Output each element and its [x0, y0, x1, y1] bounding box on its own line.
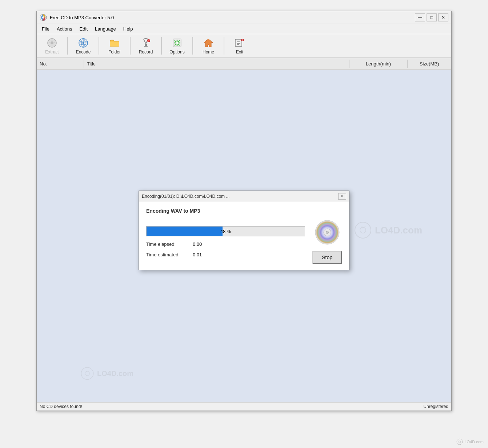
stop-button[interactable]: Stop: [312, 251, 342, 264]
menu-help[interactable]: Help: [120, 25, 137, 33]
svg-point-3: [51, 41, 53, 44]
dialog-left: 48 % Time elapsed: 0:00 Time estimated: …: [146, 226, 305, 257]
title-bar-left: Free CD to MP3 Converter 5.0: [40, 14, 114, 21]
svg-rect-12: [145, 44, 147, 46]
toolbar-sep-1: [67, 37, 68, 55]
progress-fill: [147, 227, 223, 236]
svg-point-37: [457, 439, 463, 445]
svg-rect-28: [237, 44, 239, 45]
toolbar-sep-3: [130, 37, 131, 55]
time-estimated-row: Time estimated: 0:01: [146, 252, 305, 257]
time-elapsed-label: Time elapsed:: [146, 241, 190, 247]
home-icon: [203, 37, 214, 49]
options-button[interactable]: Options: [163, 36, 192, 56]
main-content: No. Title Length(min) Size(MB) LO4D LO4D…: [37, 58, 451, 402]
toolbar-sep-6: [224, 37, 224, 55]
status-right: Unregistered: [423, 404, 448, 409]
title-bar-controls: — □ ✕: [415, 13, 448, 21]
main-window: Free CD to MP3 Converter 5.0 — □ ✕ File …: [36, 11, 452, 411]
toolbar: Extract Encode: [37, 34, 451, 58]
status-bar: No CD devices found! Unregistered: [37, 402, 451, 411]
time-elapsed-row: Time elapsed: 0:00: [146, 241, 305, 247]
record-icon: [140, 37, 152, 49]
svg-point-38: [459, 441, 461, 443]
home-button[interactable]: Home: [194, 36, 223, 56]
encode-icon: [77, 37, 89, 49]
app-icon: [40, 14, 47, 21]
restore-button[interactable]: □: [427, 13, 437, 21]
options-icon: [171, 37, 183, 49]
dialog-main: 48 % Time elapsed: 0:00 Time estimated: …: [146, 220, 342, 264]
svg-rect-27: [237, 43, 240, 44]
menu-edit[interactable]: Edit: [76, 25, 91, 33]
time-estimated-value: 0:01: [193, 252, 202, 257]
folder-icon: [109, 37, 120, 49]
menu-bar: File Actions Edit Language Help: [37, 24, 451, 34]
record-button[interactable]: Record: [131, 36, 160, 56]
progress-bar: 48 %: [146, 226, 305, 236]
folder-button[interactable]: Folder: [100, 36, 129, 56]
toolbar-sep-5: [192, 37, 193, 55]
menu-language[interactable]: Language: [91, 25, 120, 33]
svg-point-9: [83, 42, 84, 44]
toolbar-sep-2: [99, 37, 99, 55]
progress-label: 48 %: [220, 228, 231, 234]
svg-point-1: [42, 16, 44, 19]
svg-line-10: [144, 39, 146, 44]
exit-icon: [234, 37, 245, 49]
time-elapsed-value: 0:00: [193, 241, 202, 247]
extract-icon: [46, 37, 58, 49]
close-button[interactable]: ✕: [438, 13, 448, 21]
dialog-title-bar: Encoding(01/01): D:\LO4D.com\LO4D.com ..…: [139, 191, 349, 202]
svg-rect-13: [144, 46, 148, 47]
status-left: No CD devices found!: [40, 404, 82, 409]
exit-button[interactable]: Exit: [225, 36, 254, 56]
svg-marker-22: [204, 39, 213, 47]
svg-rect-26: [237, 41, 240, 42]
svg-point-15: [148, 40, 149, 41]
cd-icon: [315, 220, 340, 245]
dialog-title: Encoding(01/01): D:\LO4D.com\LO4D.com ..…: [142, 194, 229, 199]
dialog-overlay: Encoding(01/01): D:\LO4D.com\LO4D.com ..…: [37, 58, 451, 402]
menu-actions[interactable]: Actions: [53, 25, 76, 33]
dialog-body: Encoding WAV to MP3 48 % Time elapsed:: [139, 202, 349, 270]
extract-button[interactable]: Extract: [37, 36, 67, 56]
encode-button[interactable]: Encode: [69, 36, 98, 56]
minimize-button[interactable]: —: [415, 13, 425, 21]
time-estimated-label: Time estimated:: [146, 252, 190, 257]
dialog-right: Stop: [312, 220, 342, 264]
title-bar: Free CD to MP3 Converter 5.0 — □ ✕: [37, 11, 451, 24]
dialog-close-button[interactable]: ✕: [338, 193, 346, 200]
svg-point-21: [176, 42, 178, 44]
window-title: Free CD to MP3 Converter 5.0: [50, 15, 114, 20]
toolbar-sep-4: [161, 37, 162, 55]
encoding-dialog: Encoding(01/01): D:\LO4D.com\LO4D.com ..…: [139, 191, 349, 270]
dialog-subtitle: Encoding WAV to MP3: [146, 208, 342, 214]
menu-file[interactable]: File: [38, 25, 53, 33]
svg-point-36: [326, 231, 328, 233]
corner-logo: LO4D.com: [456, 439, 484, 445]
